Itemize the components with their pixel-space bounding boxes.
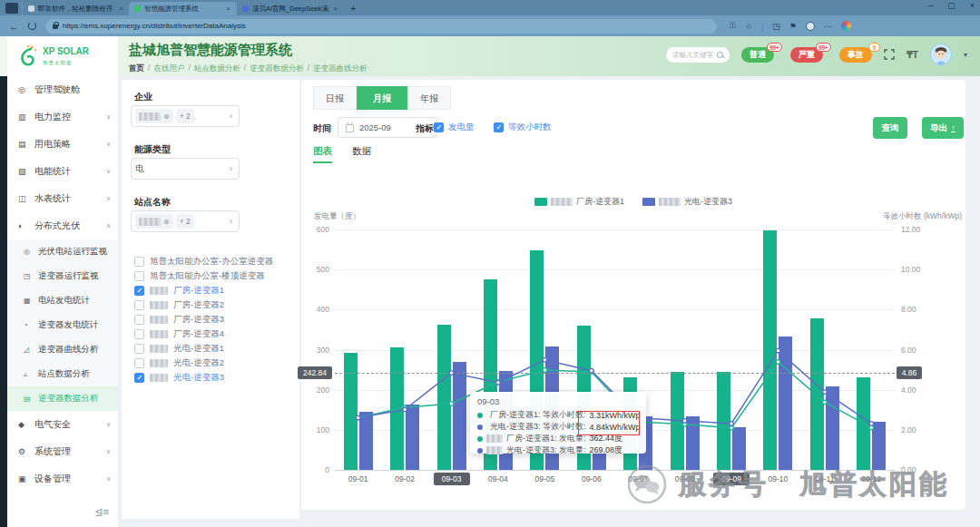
breadcrumb-item[interactable]: 逆变器数据分析 [250, 63, 304, 74]
point-光电-逆变器3-等效小时数-09-12[interactable] [869, 422, 874, 426]
alarm-badge-普通[interactable]: 普通99+ [741, 47, 774, 63]
checkbox-icon[interactable] [134, 344, 144, 354]
search-input[interactable] [672, 51, 716, 59]
address-bar[interactable]: https://ems.xuperenergy.cn/distribut/inv… [45, 19, 717, 34]
inverter-checkbox-row[interactable]: 厂房-逆变器3 [134, 314, 224, 326]
checkbox-icon[interactable] [134, 315, 144, 325]
browser-tab[interactable]: 即装软件，轻松删除程序 - Revo× [22, 2, 129, 15]
inverter-checkbox-row[interactable]: 光电-逆变器3 [134, 372, 224, 384]
browser-tab[interactable]: 顶贝AI官网_DeepSeek满血版_全× [236, 2, 343, 15]
tab-search-icon[interactable] [5, 3, 18, 14]
browser-tab[interactable]: 智慧能源管理系统× [129, 2, 236, 15]
point-光电-逆变器3-等效小时数-09-08[interactable] [682, 419, 687, 424]
new-tab-button[interactable]: + [350, 3, 356, 14]
browser-profile-avatar[interactable] [806, 22, 815, 31]
fullscreen-icon[interactable] [884, 49, 895, 60]
sidebar-item-电能统计[interactable]: ▧电能统计∨ [7, 158, 118, 185]
point-光电-逆变器3-等效小时数-09-03[interactable] [449, 371, 454, 376]
breadcrumb-item[interactable]: 首页 [129, 63, 144, 74]
window-close-button[interactable]: × [970, 1, 975, 10]
point-厂房-逆变器1-等效小时数-09-11[interactable] [823, 400, 828, 405]
sidebar-subitem-站点数据分析[interactable]: ▵站点数据分析 [7, 362, 118, 386]
window-minimize-button[interactable]: – [928, 1, 933, 10]
point-厂房-逆变器1-等效小时数-09-10[interactable] [776, 360, 780, 365]
company-select[interactable]: ⊗ + 2 ∨ [131, 105, 240, 127]
sidebar-subitem-逆变器曲线分析[interactable]: ◿逆变器曲线分析 [7, 337, 118, 362]
logo[interactable]: XP SOLAR 旭普太阳能 [7, 36, 118, 76]
point-厂房-逆变器1-等效小时数-09-05[interactable] [543, 368, 547, 373]
checkbox-checked-icon[interactable] [134, 373, 144, 383]
user-avatar[interactable] [930, 44, 952, 65]
energy-type-select[interactable]: 电 ∨ [131, 158, 240, 180]
sidebar-subitem-电站发电统计[interactable]: ▦电站发电统计 [7, 288, 118, 313]
company-tag[interactable]: ⊗ [135, 109, 173, 123]
inverter-checkbox-row[interactable]: 厂房-逆变器2 [134, 299, 224, 311]
tab-close-icon[interactable]: × [333, 5, 338, 13]
collections-icon[interactable]: ⚑ [789, 22, 797, 31]
company-more-tag[interactable]: + 2 [176, 109, 194, 123]
sidebar-item-用电策略[interactable]: ▤用电策略∨ [7, 131, 118, 158]
sidebar-subitem-光伏电站运行监视[interactable]: ◎光伏电站运行监视 [7, 239, 118, 264]
inverter-checkbox-row[interactable]: 旭普太阳能办公室-办公室逆变器 [134, 256, 273, 268]
breadcrumb-item[interactable]: 逆变器曲线分析 [313, 63, 368, 74]
inverter-checkbox-row[interactable]: 厂房-逆变器4 [134, 328, 224, 340]
inverter-checkbox-row[interactable]: 光电-逆变器1 [134, 343, 224, 355]
font-size-icon[interactable]: ₸T [906, 50, 918, 60]
sidebar-subitem-逆变器运行监视[interactable]: ◳逆变器运行监视 [7, 264, 118, 288]
station-tag[interactable]: ⊗ [135, 214, 173, 229]
favorite-star-icon[interactable]: ☆ [745, 22, 752, 31]
inverter-checkbox-row[interactable]: 光电-逆变器2 [134, 357, 224, 369]
point-光电-逆变器3-等效小时数-09-06[interactable] [589, 368, 593, 373]
sidebar-item-管理驾驶舱[interactable]: ◎管理驾驶舱 [7, 76, 118, 103]
sidebar-item-水表统计[interactable]: ◫水表统计∨ [7, 185, 118, 212]
sidebar-item-分布式光伏[interactable]: ◐分布式光伏∧ [7, 212, 118, 239]
point-厂房-逆变器1-等效小时数-09-09[interactable] [730, 426, 734, 431]
sidebar-item-系统管理[interactable]: ⚙系统管理∨ [7, 438, 118, 465]
sidebar-item-电力监控[interactable]: ▥电力监控∨ [7, 103, 118, 131]
checkbox-icon[interactable] [134, 257, 144, 267]
point-光电-逆变器3-等效小时数-09-11[interactable] [823, 390, 828, 395]
point-厂房-逆变器1-等效小时数-09-03[interactable] [449, 402, 454, 406]
breadcrumb-item[interactable]: 站点数据分析 [194, 63, 240, 74]
point-光电-逆变器3-等效小时数-09-05[interactable] [543, 357, 547, 362]
inverter-checkbox-row[interactable]: 厂房-逆变器1 [134, 285, 224, 297]
checkbox-icon[interactable] [134, 300, 144, 310]
sidebar-item-电气安全[interactable]: ◆电气安全∨ [7, 411, 118, 438]
checkbox-checked-icon[interactable] [134, 286, 144, 296]
refresh-icon[interactable] [28, 22, 36, 30]
sidebar-item-设备管理[interactable]: ▣设备管理∨ [7, 465, 118, 493]
checkbox-icon[interactable] [134, 271, 144, 281]
point-光电-逆变器3-等效小时数-09-09[interactable] [730, 422, 734, 426]
window-maximize-button[interactable]: ▢ [947, 1, 956, 10]
tag-remove-icon[interactable]: ⊗ [163, 112, 170, 121]
tab-close-icon[interactable]: × [226, 5, 230, 13]
sidebar-subitem-逆变器发电统计[interactable]: ◔逆变器发电统计 [7, 313, 118, 337]
point-光电-逆变器3-等效小时数-09-02[interactable] [403, 407, 407, 412]
back-icon[interactable]: ← [9, 21, 19, 32]
url-text[interactable]: https://ems.xuperenergy.cn/distribut/inv… [63, 22, 246, 30]
keyword-search[interactable] [666, 47, 730, 63]
point-光电-逆变器3-等效小时数-09-01[interactable] [356, 415, 360, 420]
sidebar-subitem-逆变器数据分析[interactable]: ▤逆变器数据分析 [7, 386, 118, 411]
legend-item[interactable]: 厂房-逆变器1 [534, 196, 624, 208]
station-more-tag[interactable]: + 2 [176, 214, 194, 229]
point-光电-逆变器3-等效小时数-09-04[interactable] [496, 380, 501, 385]
extensions-icon[interactable]: ◳ [772, 22, 780, 31]
checkbox-icon[interactable] [134, 358, 144, 368]
copilot-icon[interactable] [841, 21, 851, 31]
point-光电-逆变器3-等效小时数-09-10[interactable] [776, 348, 780, 353]
inverter-checkbox-row[interactable]: 旭普太阳能办公室-楼顶逆变器 [134, 270, 265, 282]
legend-item[interactable]: 光电-逆变器3 [642, 196, 732, 208]
tag-remove-icon[interactable]: ⊗ [163, 218, 170, 226]
browser-menu-icon[interactable]: ⋯ [824, 22, 832, 31]
alarm-badge-事故[interactable]: 事故9 [839, 47, 872, 63]
tab-close-icon[interactable]: × [119, 5, 123, 13]
alarm-badge-严重[interactable]: 严重99+ [790, 47, 823, 63]
search-icon[interactable] [717, 52, 723, 58]
password-key-icon[interactable]: ⚿ [730, 21, 736, 31]
avatar-dropdown-caret[interactable]: ▾ [964, 51, 967, 59]
breadcrumb-item[interactable]: 在线用户 [153, 63, 184, 74]
checkbox-icon[interactable] [134, 329, 144, 339]
collapse-sidebar-icon[interactable]: ⊴≡ [94, 506, 109, 518]
station-select[interactable]: ⊗ + 2 ∨ [131, 210, 240, 232]
